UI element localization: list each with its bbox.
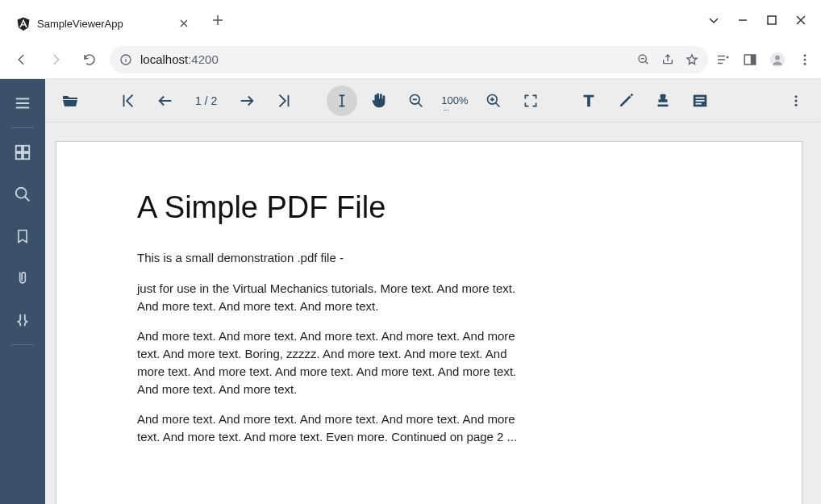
- sidebar: [0, 79, 45, 504]
- maximize-icon[interactable]: [766, 15, 777, 26]
- document-paragraph: And more text. And more text. And more t…: [137, 410, 524, 446]
- svg-point-6: [775, 55, 780, 60]
- minimize-icon[interactable]: [737, 15, 748, 26]
- document-paragraph: just for use in the Virtual Mechanics tu…: [137, 280, 524, 315]
- form-icon[interactable]: [685, 85, 715, 116]
- close-window-icon[interactable]: [795, 15, 806, 26]
- svg-point-22: [795, 99, 798, 102]
- thumbnails-icon[interactable]: [5, 133, 40, 172]
- svg-rect-18: [695, 97, 704, 98]
- svg-point-9: [804, 62, 806, 65]
- document-viewer[interactable]: A Simple PDF File This is a small demons…: [45, 123, 821, 504]
- reading-list-icon[interactable]: [715, 52, 731, 68]
- zoom-icon[interactable]: [637, 53, 650, 66]
- divider: [11, 344, 34, 345]
- svg-point-14: [16, 188, 27, 198]
- forward-button[interactable]: [42, 46, 69, 73]
- fullscreen-icon[interactable]: [515, 85, 546, 116]
- pdf-toolbar: 1 / 2 100%: [45, 79, 821, 123]
- star-icon[interactable]: [686, 53, 698, 66]
- pdf-viewer-app: 1 / 2 100%: [0, 79, 821, 504]
- reload-button[interactable]: [76, 46, 103, 73]
- svg-point-23: [795, 103, 798, 106]
- browser-tab[interactable]: SampleViewerApp: [6, 8, 200, 39]
- zoom-in-icon[interactable]: [478, 85, 509, 116]
- svg-rect-20: [695, 102, 701, 104]
- pdf-page: A Simple PDF File This is a small demons…: [56, 142, 802, 504]
- close-tab-icon[interactable]: [177, 17, 190, 30]
- undo-icon[interactable]: [5, 301, 40, 339]
- angular-icon: [16, 16, 31, 31]
- document-paragraph: This is a small demonstration .pdf file …: [137, 249, 524, 267]
- attachment-icon[interactable]: [5, 259, 40, 298]
- svg-rect-11: [23, 146, 29, 152]
- browser-tab-strip: SampleViewerApp: [0, 0, 821, 40]
- back-button[interactable]: [8, 46, 35, 73]
- svg-point-8: [804, 58, 806, 60]
- divider: [11, 127, 34, 128]
- svg-point-7: [804, 54, 806, 56]
- svg-rect-4: [752, 55, 756, 65]
- draw-tool-icon[interactable]: [611, 85, 641, 116]
- search-icon[interactable]: [5, 175, 40, 214]
- side-panel-icon[interactable]: [742, 52, 758, 68]
- stamp-icon[interactable]: [648, 85, 678, 116]
- document-paragraph: And more text. And more text. And more t…: [137, 327, 524, 398]
- chevron-down-icon[interactable]: [708, 15, 719, 26]
- text-annotation-icon[interactable]: [573, 85, 604, 116]
- hamburger-icon[interactable]: [5, 84, 40, 123]
- svg-rect-19: [695, 100, 704, 102]
- svg-rect-13: [23, 153, 29, 159]
- document-title: A Simple PDF File: [137, 190, 721, 225]
- tab-title: SampleViewerApp: [37, 18, 171, 30]
- url-text: localhost:4200: [140, 52, 219, 66]
- address-bar[interactable]: localhost:4200: [110, 46, 708, 73]
- browser-toolbar: localhost:4200: [0, 40, 821, 79]
- text-select-tool-icon[interactable]: [327, 85, 357, 116]
- bookmark-icon[interactable]: [5, 217, 40, 256]
- next-page-icon[interactable]: [231, 85, 262, 116]
- share-icon[interactable]: [661, 53, 674, 66]
- hand-tool-icon[interactable]: [364, 85, 394, 116]
- menu-icon[interactable]: [797, 52, 813, 68]
- window-controls: [694, 0, 821, 40]
- prev-page-icon[interactable]: [150, 85, 181, 116]
- more-icon[interactable]: [781, 85, 811, 116]
- zoom-level[interactable]: 100%: [438, 94, 471, 106]
- svg-rect-0: [768, 16, 776, 24]
- open-file-icon[interactable]: [55, 85, 85, 116]
- svg-rect-10: [16, 146, 22, 152]
- svg-rect-12: [16, 153, 22, 159]
- new-tab-button[interactable]: [206, 9, 229, 31]
- profile-icon[interactable]: [769, 52, 786, 68]
- page-indicator[interactable]: 1 / 2: [187, 94, 225, 107]
- info-icon[interactable]: [119, 53, 132, 66]
- last-page-icon[interactable]: [269, 85, 299, 116]
- svg-point-21: [795, 95, 798, 98]
- first-page-icon[interactable]: [113, 85, 144, 116]
- zoom-out-icon[interactable]: [401, 85, 431, 116]
